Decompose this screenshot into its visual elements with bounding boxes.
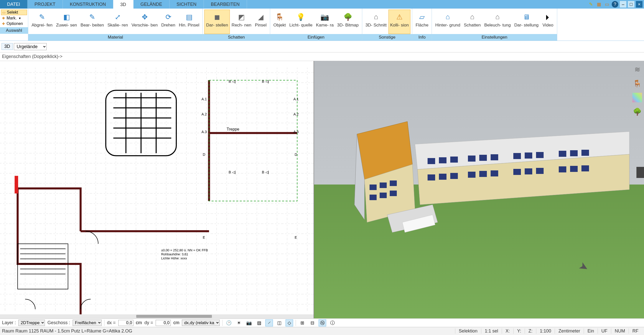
grid2-icon[interactable]: ⊟ — [309, 319, 316, 326]
window-close[interactable]: × — [636, 1, 642, 8]
einfuegen-bitmap[interactable]: 🌳3D- Bitmap — [335, 10, 360, 34]
svg-text:B ◁|: B ◁| — [262, 170, 269, 174]
selekt-button[interactable]: ▭Selekt — [1, 10, 27, 15]
svg-rect-33 — [380, 193, 387, 198]
einst-schatten[interactable]: ⌂Schatten — [462, 10, 483, 34]
status-ein: Ein — [584, 328, 598, 334]
material-skalieren[interactable]: ⤢Skalie- ren — [106, 10, 130, 34]
svg-rect-40 — [468, 156, 475, 162]
floorplan-hscrollbar[interactable] — [0, 314, 314, 318]
bottom-toolbar: Layer : 2DTreppe Geschoss : Freiflächen … — [0, 318, 644, 327]
ribbon-label-schatten: Schatten — [203, 34, 270, 41]
layers-icon[interactable]: ≋ — [632, 65, 642, 74]
layer-dropdown[interactable]: Urgelände — [14, 43, 47, 50]
sub-toolbar: 3D Urgelände — [0, 41, 644, 52]
svg-rect-58 — [559, 166, 566, 172]
svg-rect-29 — [370, 185, 377, 190]
schatten-pinsel[interactable]: ◢Pinsel — [253, 10, 268, 34]
menu-gelaende[interactable]: GELÄNDE — [133, 0, 170, 9]
side-panel-handle[interactable] — [636, 167, 644, 178]
schatten-darstellen[interactable]: ◼Dar- stellen — [204, 10, 230, 34]
optionen-button[interactable]: ✚Optionen — [1, 21, 27, 26]
sun-icon[interactable]: ☀ — [235, 319, 243, 326]
svg-text:A.3: A.3 — [202, 130, 207, 134]
grid1-icon[interactable]: ⊞ — [298, 319, 306, 326]
info-icon[interactable]: ⓘ — [329, 319, 336, 326]
ribbon-label-sonstige: Sonstige — [362, 34, 412, 41]
einfuegen-kamera[interactable]: 📷Kame- ra — [314, 10, 335, 34]
material-drehen[interactable]: ⟳Drehen — [159, 10, 177, 34]
menu-bar: DATEI PROJEKT KONSTRUKTION 3D GELÄNDE SI… — [0, 0, 644, 9]
menu-bearbeiten[interactable]: BEARBEITEN — [204, 0, 247, 9]
window-maximize[interactable]: □ — [628, 1, 634, 8]
sonstige-kollision[interactable]: ⚠Kolli- sion — [388, 10, 411, 34]
view-badge-3d: 3D — [2, 43, 13, 50]
window-minimize[interactable]: – — [620, 1, 626, 8]
ribbon-label-auswahl: Auswahl — [0, 27, 28, 34]
einfuegen-objekt[interactable]: 🪑Objekt — [272, 10, 288, 34]
svg-rect-30 — [380, 182, 387, 188]
menu-projekt[interactable]: PROJEKT — [27, 0, 63, 9]
ribbon-group-material: ✎Abgrei- fen ◧Zuwei- sen ✎Bear- beiten ⤢… — [28, 9, 203, 41]
menu-konstruktion[interactable]: KONSTRUKTION — [63, 0, 113, 9]
floorplan-pane[interactable]: Treppe ±0,00 = 252,80 ü. NN = OK FFB Roh… — [0, 61, 314, 318]
menu-3d[interactable]: 3D — [113, 0, 133, 9]
ribbon-group-schatten: ◼Dar- stellen ◩Rech- nen ◢Pinsel Schatte… — [203, 9, 270, 41]
info-flaeche[interactable]: ▱Fläche — [414, 10, 430, 34]
einst-darstellung[interactable]: 🖥Dar- stellung — [513, 10, 540, 34]
sonstige-schnitt[interactable]: ⌂3D- Schnitt — [364, 10, 388, 34]
schatten-rechnen[interactable]: ◩Rech- nen — [230, 10, 253, 34]
fp-label-treppe: Treppe — [227, 127, 239, 131]
einst-video[interactable]: ⏵Video — [540, 10, 555, 34]
menu-sichten[interactable]: SICHTEN — [170, 0, 204, 9]
snap1-icon[interactable]: ⟋ — [265, 319, 273, 326]
svg-rect-55 — [513, 169, 521, 175]
dy-input[interactable] — [156, 320, 171, 326]
status-x: X: — [502, 328, 513, 334]
material-verschieben[interactable]: ✥Verschie- ben — [130, 10, 159, 34]
einst-beleuchtung[interactable]: ⌂Beleuch- tung — [483, 10, 513, 34]
dx-input[interactable] — [118, 320, 133, 326]
north-icon[interactable]: Ⓝ — [319, 319, 326, 326]
menu-datei[interactable]: DATEI — [0, 0, 27, 9]
material-hinpinsel[interactable]: ▤Hin. Pinsel — [177, 10, 201, 34]
tool-icon-1[interactable]: ✎ — [587, 1, 594, 8]
material-abgreifen[interactable]: ✎Abgrei- fen — [30, 10, 54, 34]
svg-rect-52 — [468, 172, 475, 178]
status-selektion: Selektion — [455, 328, 481, 334]
geschoss-select[interactable]: Freiflächen — [73, 320, 102, 326]
einst-hintergrund[interactable]: ⌂Hinter- grund — [433, 10, 462, 34]
svg-rect-57 — [536, 168, 544, 174]
3d-view-pane[interactable]: ➤ ≋ 🪑 🌳 — [314, 61, 644, 318]
snap3-icon[interactable]: ◇ — [286, 319, 293, 326]
material-bearbeiten[interactable]: ✎Bear- beiten — [79, 10, 106, 34]
ribbon-label-einfuegen: Einfügen — [270, 34, 362, 41]
einfuegen-lichtquelle[interactable]: 💡Licht- quelle — [288, 10, 314, 34]
mark-button[interactable]: ✱Mark.▾ — [1, 16, 27, 21]
geschoss-label: Geschoss : — [47, 320, 70, 325]
palette-icon[interactable] — [632, 93, 642, 102]
svg-rect-2 — [15, 176, 18, 194]
svg-rect-34 — [390, 191, 397, 196]
svg-text:B ◁|: B ◁| — [229, 170, 236, 174]
furniture-icon[interactable]: 🪑 — [632, 79, 642, 88]
layer-label: Layer : — [2, 320, 16, 325]
tool-icon-2[interactable]: ▦ — [596, 1, 602, 8]
material-zuweisen[interactable]: ◧Zuwei- sen — [54, 10, 79, 34]
svg-text:D: D — [203, 153, 205, 157]
help-icon[interactable]: ? — [612, 1, 618, 8]
tree-icon[interactable]: 🌳 — [632, 107, 642, 116]
coord-mode-select[interactable]: dx,dy (relativ ka — [182, 320, 220, 326]
render-icon[interactable]: ▨ — [255, 319, 263, 326]
3d-buildings — [327, 114, 634, 245]
status-rf: RF — [629, 328, 642, 334]
svg-text:B ◁|: B ◁| — [262, 79, 269, 83]
snap2-icon[interactable]: ◫ — [275, 319, 283, 326]
layer-select[interactable]: 2DTreppe — [18, 320, 45, 326]
compass-icon: ➤ — [577, 259, 591, 275]
ribbon-group-einfuegen: 🪑Objekt 💡Licht- quelle 📷Kame- ra 🌳3D- Bi… — [270, 9, 362, 41]
camera-icon[interactable]: 📷 — [245, 319, 253, 326]
tool-icon-3[interactable]: ▭ — [604, 1, 610, 8]
svg-text:B ◁|: B ◁| — [229, 79, 236, 83]
clock-icon[interactable]: 🕑 — [225, 319, 233, 326]
